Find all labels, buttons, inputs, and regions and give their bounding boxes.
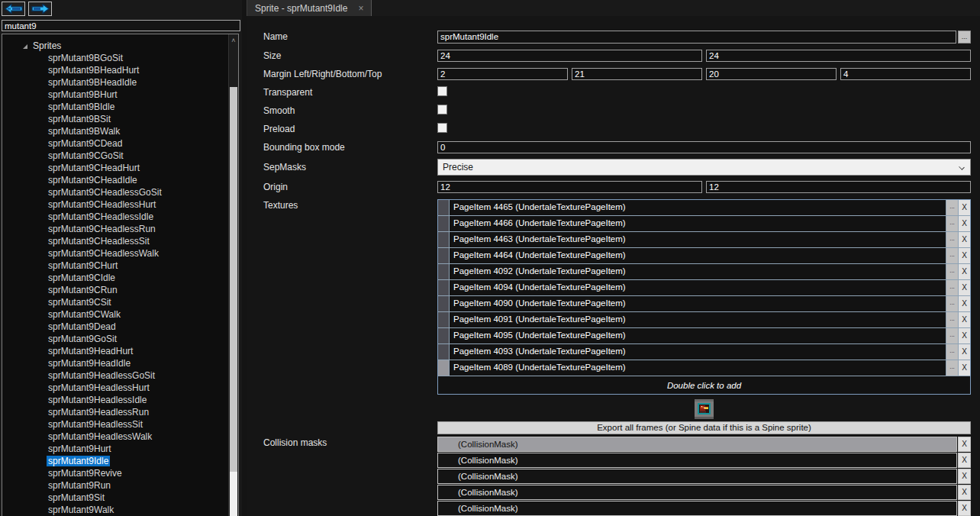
collision-mask-row[interactable]: (CollisionMask) X: [437, 469, 971, 484]
texture-more-button[interactable]: ...: [946, 216, 958, 231]
collision-mask-item[interactable]: (CollisionMask): [437, 469, 957, 484]
texture-remove-button[interactable]: X: [958, 232, 970, 247]
collision-mask-row[interactable]: (CollisionMask) X: [437, 485, 971, 500]
tree-item[interactable]: sprMutant9HeadlessGoSit: [2, 369, 238, 382]
tree-item[interactable]: sprMutant9BHurt: [2, 89, 238, 101]
tree-item[interactable]: sprMutant9HeadIdle: [2, 357, 238, 369]
texture-row[interactable]: PageItem 4095 (UndertaleTexturePageItem)…: [438, 328, 970, 344]
row-selector[interactable]: [438, 344, 450, 360]
scrollbar-thumb[interactable]: [230, 87, 237, 472]
texture-row[interactable]: PageItem 4091 (UndertaleTexturePageItem)…: [438, 312, 970, 328]
tree-item[interactable]: sprMutant9Revive: [2, 467, 238, 479]
texture-page-item[interactable]: PageItem 4090 (UndertaleTexturePageItem): [450, 296, 946, 311]
texture-remove-button[interactable]: X: [958, 280, 970, 295]
size-height-input[interactable]: 24: [706, 50, 971, 62]
texture-more-button[interactable]: ...: [946, 360, 958, 376]
tree-item[interactable]: sprMutant9Dead: [2, 321, 238, 333]
collision-mask-row[interactable]: (CollisionMask) X: [437, 437, 971, 452]
texture-more-button[interactable]: ...: [946, 296, 958, 311]
texture-remove-button[interactable]: X: [958, 296, 970, 311]
tree-item[interactable]: sprMutant9BHeadIdle: [2, 76, 238, 89]
sprite-preview-thumbnail[interactable]: [695, 399, 714, 419]
expander-icon[interactable]: [23, 44, 27, 49]
texture-page-item[interactable]: PageItem 4465 (UndertaleTexturePageItem): [450, 200, 946, 215]
search-input[interactable]: [2, 20, 240, 31]
tree-item[interactable]: sprMutant9GoSit: [2, 333, 238, 345]
transparent-checkbox[interactable]: [437, 86, 447, 96]
scroll-up-icon[interactable]: ˄: [229, 34, 238, 47]
tree-item[interactable]: sprMutant9CHeadIdle: [2, 174, 238, 186]
add-texture-row[interactable]: Double click to add: [438, 376, 970, 394]
row-selector[interactable]: [438, 296, 450, 311]
row-selector[interactable]: [438, 216, 450, 231]
texture-page-item[interactable]: PageItem 4091 (UndertaleTexturePageItem): [450, 312, 946, 327]
margin-top-input[interactable]: 4: [840, 68, 971, 80]
texture-more-button[interactable]: ...: [946, 312, 958, 327]
texture-more-button[interactable]: ...: [946, 248, 958, 263]
row-selector[interactable]: [438, 360, 450, 376]
collision-mask-item[interactable]: (CollisionMask): [437, 485, 957, 500]
texture-remove-button[interactable]: X: [958, 328, 970, 343]
back-button[interactable]: [2, 2, 25, 16]
texture-row[interactable]: PageItem 4463 (UndertaleTexturePageItem)…: [438, 232, 970, 248]
preload-checkbox[interactable]: [437, 123, 447, 133]
row-selector[interactable]: [438, 264, 450, 279]
tree-item[interactable]: sprMutant9HeadlessRun: [2, 406, 238, 418]
export-all-frames-button[interactable]: Export all frames (or Spine data if this…: [437, 421, 971, 434]
texture-row[interactable]: PageItem 4090 (UndertaleTexturePageItem)…: [438, 296, 970, 312]
tree-item[interactable]: sprMutant9CHeadlessHurt: [2, 198, 238, 211]
tree-item[interactable]: sprMutant9BGoSit: [2, 52, 238, 64]
texture-page-item[interactable]: PageItem 4464 (UndertaleTexturePageItem): [450, 248, 946, 263]
texture-remove-button[interactable]: X: [958, 312, 970, 327]
tree-item[interactable]: sprMutant9Run: [2, 479, 238, 492]
row-selector[interactable]: [438, 280, 450, 295]
texture-page-item[interactable]: PageItem 4466 (UndertaleTexturePageItem): [450, 216, 946, 231]
tree-item[interactable]: sprMutant9HeadlessSit: [2, 418, 238, 431]
tree-item[interactable]: sprMutant9CDead: [2, 137, 238, 150]
collision-mask-item[interactable]: (CollisionMask): [437, 437, 957, 452]
collision-mask-remove-button[interactable]: X: [958, 453, 971, 468]
collision-mask-remove-button[interactable]: X: [958, 437, 971, 452]
texture-page-item[interactable]: PageItem 4094 (UndertaleTexturePageItem): [450, 280, 946, 295]
tree-item[interactable]: sprMutant9CSit: [2, 296, 238, 308]
origin-y-input[interactable]: 12: [706, 181, 971, 193]
tree-item[interactable]: sprMutant9CHeadHurt: [2, 162, 238, 174]
texture-remove-button[interactable]: X: [958, 248, 970, 263]
tree-item[interactable]: sprMutant9BIdle: [2, 101, 238, 113]
texture-row[interactable]: PageItem 4092 (UndertaleTexturePageItem)…: [438, 264, 970, 280]
texture-remove-button[interactable]: X: [958, 264, 970, 279]
tree-item[interactable]: sprMutant9HeadlessWalk: [2, 431, 238, 443]
tree-scrollbar[interactable]: ˄: [228, 34, 238, 516]
margin-left-input[interactable]: 2: [437, 68, 568, 80]
texture-page-item[interactable]: PageItem 4092 (UndertaleTexturePageItem): [450, 264, 946, 279]
tree-item[interactable]: sprMutant9Sit: [2, 492, 238, 504]
texture-row[interactable]: PageItem 4094 (UndertaleTexturePageItem)…: [438, 280, 970, 296]
row-selector[interactable]: [438, 248, 450, 263]
tree-item[interactable]: sprMutant9HeadHurt: [2, 345, 238, 357]
collision-mask-remove-button[interactable]: X: [958, 485, 971, 500]
tree-item[interactable]: sprMutant9CHeadlessGoSit: [2, 186, 238, 198]
tree-item[interactable]: sprMutant9CWalk: [2, 308, 238, 321]
tree-item[interactable]: sprMutant9BSit: [2, 113, 238, 125]
tree-item[interactable]: sprMutant9Walk: [2, 504, 238, 516]
sepmasks-dropdown[interactable]: Precise: [437, 159, 971, 176]
texture-page-item[interactable]: PageItem 4463 (UndertaleTexturePageItem): [450, 232, 946, 247]
tree-item[interactable]: sprMutant9HeadlessHurt: [2, 382, 238, 394]
texture-row[interactable]: PageItem 4465 (UndertaleTexturePageItem)…: [438, 200, 970, 216]
tree-item[interactable]: sprMutant9BWalk: [2, 125, 238, 137]
tree-node-sprites[interactable]: Sprites: [2, 34, 238, 52]
bounding-box-mode-input[interactable]: 0: [437, 141, 971, 153]
margin-bottom-input[interactable]: 20: [706, 68, 837, 80]
texture-page-item[interactable]: PageItem 4089 (UndertaleTexturePageItem): [450, 360, 946, 376]
smooth-checkbox[interactable]: [437, 105, 447, 114]
name-input[interactable]: sprMutant9Idle: [437, 31, 956, 44]
texture-more-button[interactable]: ...: [946, 264, 958, 279]
texture-more-button[interactable]: ...: [946, 328, 958, 343]
texture-more-button[interactable]: ...: [946, 280, 958, 295]
tree-item[interactable]: sprMutant9CIdle: [2, 272, 238, 284]
size-width-input[interactable]: 24: [437, 50, 702, 62]
tab-close-icon[interactable]: ×: [358, 3, 363, 14]
margin-right-input[interactable]: 21: [572, 68, 702, 80]
texture-more-button[interactable]: ...: [946, 232, 958, 247]
texture-row[interactable]: PageItem 4466 (UndertaleTexturePageItem)…: [438, 216, 970, 232]
